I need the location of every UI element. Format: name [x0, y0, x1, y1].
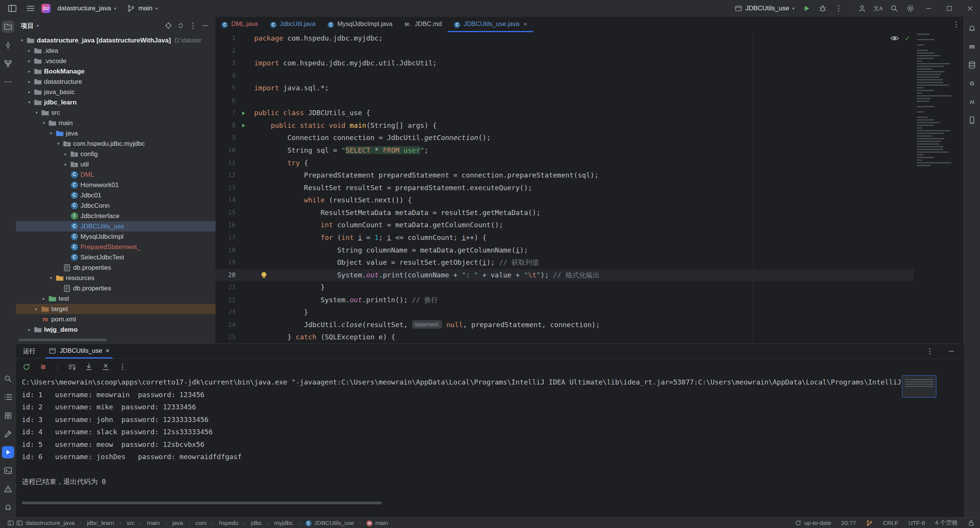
- breadcrumb-item-hspedu[interactable]: hspedu: [219, 520, 238, 526]
- code-line-15[interactable]: 15 ResultSetMetaData metaData = resultSe…: [216, 207, 914, 219]
- code-line-12[interactable]: 12 PreparedStatement preparedStatement =…: [216, 169, 914, 182]
- chevron-right-icon[interactable]: ▸: [26, 79, 33, 84]
- close-icon[interactable]: ×: [524, 21, 527, 27]
- console-line-2[interactable]: id: 1 username: meowrain password: 12345…: [22, 389, 961, 401]
- more-options-button[interactable]: [187, 20, 199, 31]
- tool-services-button[interactable]: [2, 409, 14, 422]
- soft-wrap-button[interactable]: [66, 361, 78, 373]
- status-window-button[interactable]: [5, 518, 16, 528]
- chevron-down-icon[interactable]: ▾: [33, 110, 40, 115]
- tree-item-preparedstatement[interactable]: CPreparedStatement_: [16, 242, 216, 252]
- chevron-down-icon[interactable]: ▾: [26, 100, 33, 105]
- chevron-right-icon[interactable]: ▸: [26, 59, 33, 64]
- code-line-24[interactable]: 24 JdbcUtil.close(resultSet, statement: …: [216, 319, 914, 331]
- breadcrumb-item-datastructure-java[interactable]: datastructure_java: [16, 520, 75, 526]
- code-line-7[interactable]: 7public class JDBCUtils_use {: [216, 107, 914, 119]
- tab-jdbcutil-java[interactable]: CJdbcUtil.java: [264, 17, 322, 32]
- tree-item-idea[interactable]: ▸.idea: [16, 46, 216, 56]
- console-line-3[interactable]: id: 2 username: mike password: 12333456: [22, 401, 961, 414]
- tree-item-datastructure[interactable]: ▸datastructure: [16, 77, 216, 87]
- code-line-6[interactable]: 6: [216, 95, 914, 107]
- code-line-2[interactable]: 2: [216, 45, 914, 57]
- tool-run-button[interactable]: [2, 446, 14, 458]
- git-branch[interactable]: [866, 520, 873, 526]
- tab-jdbcutils-use-java[interactable]: CJDBCUtils_use.java×: [448, 17, 533, 32]
- tool-ai-assistant-button[interactable]: AI: [966, 96, 978, 108]
- run-tab[interactable]: JDBCUtils_use ×: [46, 344, 113, 359]
- tree-item-main[interactable]: ▾main: [16, 118, 216, 128]
- tree-item-jdbc-learn[interactable]: ▾jdbc_learn: [16, 97, 216, 108]
- collapse-all-button[interactable]: [175, 20, 186, 31]
- code-line-22[interactable]: 22 System.out.println(); // 换行: [216, 294, 914, 306]
- tree-item-pom-xml[interactable]: mpom.xml: [16, 314, 216, 324]
- tree-item-util[interactable]: ▸util: [16, 159, 216, 169]
- tool-notifications-button[interactable]: [2, 501, 14, 513]
- chevron-down-icon[interactable]: ▾: [40, 121, 47, 125]
- tree-item-com-hspedu-jdbc-myjdbc[interactable]: ▾com.hspedu.jdbc.myjdbc: [16, 139, 216, 149]
- console-line-5[interactable]: id: 4 username: slack password: 12ss3333…: [22, 426, 961, 438]
- code-line-5[interactable]: 5import java.sql.*;: [216, 82, 914, 95]
- tool-structure-button[interactable]: [2, 57, 14, 70]
- chevron-right-icon[interactable]: ▸: [26, 69, 33, 74]
- tree-item-jdbcinterface[interactable]: IJdbcInterface: [16, 211, 216, 221]
- chevron-down-icon[interactable]: ▾: [55, 141, 62, 146]
- run-config-selector[interactable]: JDBCUtils_use ▾: [731, 3, 798, 14]
- breadcrumb-item-myjdbc[interactable]: myjdbc: [274, 520, 293, 526]
- maximize-button[interactable]: [939, 0, 959, 17]
- tree-item-homework01[interactable]: CHomework01: [16, 180, 216, 190]
- chevron-right-icon[interactable]: ▸: [26, 327, 33, 332]
- tree-item-test[interactable]: ▸test: [16, 293, 216, 304]
- run-gutter-icon[interactable]: [239, 107, 248, 119]
- tool-find-button[interactable]: [2, 373, 14, 385]
- debug-button[interactable]: [815, 1, 830, 16]
- tree-item-jdbcutils-use[interactable]: CJDBCUtils_use: [16, 221, 216, 231]
- console-scroll-preview[interactable]: [902, 375, 936, 398]
- indent-style[interactable]: 4 个空格: [935, 519, 958, 527]
- rerun-button[interactable]: [21, 361, 32, 373]
- console-line-1[interactable]: C:\Users\meowrain\scoop\apps\corretto17-…: [22, 376, 961, 389]
- code-line-11[interactable]: 11 try {: [216, 157, 914, 169]
- close-icon[interactable]: ×: [106, 347, 109, 354]
- tool-gradle-button[interactable]: G: [966, 77, 978, 90]
- breadcrumb-item-jdbc-learn[interactable]: jdbc_learn: [87, 520, 114, 526]
- console-line-8[interactable]: [22, 463, 961, 476]
- tool-terminal-button[interactable]: [2, 464, 14, 477]
- main-menu-button[interactable]: [23, 1, 38, 16]
- tool-notifications-button[interactable]: [966, 22, 978, 34]
- console-line-9[interactable]: 进程已结束，退出代码为 0: [22, 476, 961, 488]
- settings-button[interactable]: [903, 1, 918, 16]
- code-line-25[interactable]: 25 } catch (SQLException e) {: [216, 331, 914, 344]
- chevron-right-icon[interactable]: ▸: [26, 90, 33, 95]
- tree-item-db-properties[interactable]: db.properties: [16, 283, 216, 293]
- minimize-button[interactable]: [919, 0, 939, 17]
- translate-button[interactable]: 文A: [871, 1, 886, 16]
- chevron-down-icon[interactable]: ▾: [47, 131, 55, 136]
- tab-jdbc-md[interactable]: M↓JDBC.md: [399, 17, 448, 32]
- run-gutter-icon[interactable]: [239, 119, 248, 132]
- tab-list-button[interactable]: [949, 21, 964, 28]
- tree-item-jdbc01[interactable]: CJdbc01: [16, 190, 216, 200]
- run-console[interactable]: C:\Users\meowrain\scoop\apps\corretto17-…: [22, 376, 961, 500]
- code-line-3[interactable]: 3import com.hspedu.jdbc.myjdbc.util.Jdbc…: [216, 57, 914, 70]
- window-menu-button[interactable]: [5, 1, 20, 16]
- code-line-13[interactable]: 13 ResultSet resultSet = preparedStateme…: [216, 182, 914, 194]
- close-button[interactable]: [960, 0, 980, 17]
- code-line-23[interactable]: 23 }: [216, 306, 914, 319]
- console-line-7[interactable]: id: 6 username: joshDes password: meowra…: [22, 451, 961, 463]
- tree-item-java[interactable]: ▾java: [16, 128, 216, 139]
- tree-item-src[interactable]: ▾src: [16, 108, 216, 118]
- code-line-17[interactable]: 17 for (int i = 1; i <= columnCount; i++…: [216, 231, 914, 244]
- tool-more-tools-button[interactable]: [2, 76, 14, 88]
- code-line-21[interactable]: 21 }: [216, 281, 914, 294]
- tree-item-db-properties[interactable]: db.properties: [16, 262, 216, 273]
- project-selector[interactable]: datastructure_java ▾: [54, 3, 120, 14]
- tool-problems-button[interactable]: [2, 483, 14, 495]
- breadcrumb-item-src[interactable]: src: [127, 520, 135, 526]
- code-line-4[interactable]: 4: [216, 70, 914, 82]
- tree-item-jdbcconn[interactable]: CJdbcConn: [16, 200, 216, 211]
- stop-button[interactable]: [38, 361, 49, 373]
- tree-item-resources[interactable]: ▾resources: [16, 273, 216, 283]
- tool-build-button[interactable]: [2, 428, 14, 440]
- tree-item-lwjg-demo[interactable]: ▸lwjg_demo: [16, 324, 216, 335]
- tree-item-selectjdbctest[interactable]: CSelectJdbcTest: [16, 252, 216, 262]
